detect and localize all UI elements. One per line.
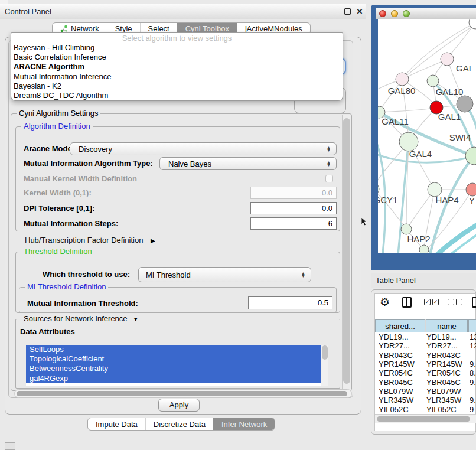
table-cell: YPR145W <box>426 360 468 369</box>
table-row[interactable]: YIL052CYIL052C9 <box>375 405 476 414</box>
attribute-item-topologicalcoefficient[interactable]: TopologicalCoefficient <box>26 354 321 364</box>
table-cell: YBR043C <box>379 351 425 360</box>
aracne-mode-combobox[interactable]: Discovery ▲▼ <box>70 142 337 155</box>
table-row[interactable]: YBR043CYBR043C <box>375 351 476 360</box>
zoom-traffic-light-icon[interactable] <box>403 10 410 17</box>
table-cell: YBR045C <box>379 378 425 387</box>
table-row[interactable]: YLR345WYLR345W9. <box>375 396 476 405</box>
attribute-item-betweennesscentrality[interactable]: BetweennessCentrality <box>26 364 321 373</box>
table-panel-content: ⚙✓✓ shared...name YDL19...YDL19...13YDR2… <box>374 293 476 431</box>
network-node[interactable] <box>457 96 473 112</box>
algorithm-option-basic-correlation-inference[interactable]: Basic Correlation Inference <box>14 53 343 62</box>
kernel-width-field[interactable]: 0.0 <box>250 187 337 199</box>
settings-scrollbar-thumb[interactable] <box>343 118 350 384</box>
bottom-tab-infer-network-label: Infer Network <box>221 420 267 429</box>
table-row[interactable]: YDR27...YDR27...12 <box>375 341 476 350</box>
split-pane-icon[interactable] <box>402 297 412 308</box>
cyni-algorithm-settings-title: Cyni Algorithm Settings <box>17 109 100 118</box>
bottom-divider <box>0 441 476 441</box>
network-node-gal[interactable] <box>441 53 454 66</box>
select-all-columns-icon[interactable]: ✓ <box>432 299 439 305</box>
network-node-y[interactable] <box>466 183 476 196</box>
network-node-hap2[interactable] <box>401 224 412 234</box>
select-all-columns-icon[interactable]: ✓ <box>424 299 431 305</box>
column-header-partial[interactable] <box>468 319 476 332</box>
table-row[interactable]: YPR145WYPR145W9. <box>375 360 476 369</box>
table-cell: 9. <box>470 378 476 387</box>
attribute-item-gal4rgexp[interactable]: gal4RGexp <box>26 374 321 383</box>
dpi-tolerance-field[interactable]: 0.0 <box>250 202 337 214</box>
sources-title[interactable]: Sources for Network Inference ▼ <box>21 314 141 324</box>
control-panel-titlebar <box>0 4 366 19</box>
bottom-tab-impute-data[interactable]: Impute Data <box>88 418 145 430</box>
table-cell: YPR145W <box>379 360 425 369</box>
resize-grip-icon[interactable] <box>5 442 15 450</box>
table-cell: YIL052C <box>379 405 425 414</box>
algorithm-option-dream8-dc-tdc-algorithm[interactable]: Dream8 DC_TDC Algorithm <box>14 91 343 100</box>
bottom-tab-discretize-data-label: Discretize Data <box>154 420 206 429</box>
attributes-scrollbar-track <box>321 345 328 386</box>
close-icon[interactable]: ✕ <box>355 4 364 18</box>
gear-icon[interactable]: ⚙ <box>380 295 390 308</box>
cyni-bottom-tabbar: Impute DataDiscretize DataInfer Network <box>87 418 275 431</box>
algorithm-option-bayesian-k2[interactable]: Bayesian - K2 <box>14 81 343 91</box>
mi-steps-field[interactable]: 6 <box>250 217 337 230</box>
pane-icon[interactable] <box>472 297 476 308</box>
algorithm-option-aracne-algorithm[interactable]: ARACNE Algorithm <box>14 62 343 71</box>
table-hscrollbar-thumb[interactable] <box>377 416 470 422</box>
mi-threshold-definition-title: MI Threshold Definition <box>25 282 108 292</box>
stepper-icon: ▲▼ <box>327 146 331 152</box>
table-cell: YDL19... <box>379 332 425 341</box>
network-node-gcy1[interactable] <box>378 183 379 195</box>
deselect-all-columns-icon[interactable] <box>456 299 462 305</box>
deselect-all-columns-icon[interactable] <box>448 299 454 305</box>
table-cell: YER054C <box>379 369 425 377</box>
table-row[interactable]: YER054CYER054C8. <box>375 369 476 377</box>
which-threshold-combobox[interactable]: MI Threshold ▲▼ <box>138 267 311 282</box>
node-label-gcy1: GCY1 <box>378 195 397 205</box>
expander-down-icon: ▼ <box>133 317 138 322</box>
mi-algorithm-type-combobox[interactable]: Naive Bayes ▲▼ <box>159 157 337 170</box>
mi-algorithm-type-value: Naive Bayes <box>168 158 211 169</box>
attributes-scrollbar-thumb[interactable] <box>322 345 328 360</box>
algorithm-dropdown-items: Bayesian - Hill ClimbingBasic Correlatio… <box>11 43 343 100</box>
table-row[interactable]: YDL19...YDL19...13 <box>375 332 476 341</box>
mi-threshold-field[interactable]: 0.5 <box>248 296 332 309</box>
bottom-tab-discretize-data[interactable]: Discretize Data <box>145 418 213 430</box>
table-row[interactable]: YBR045CYBR045C9. <box>375 378 476 387</box>
network-view-canvas[interactable]: GALGAL80GAL10GAL1GAL11SWI4GAL4GCY1HAP4YH… <box>378 19 476 253</box>
network-node-gal10[interactable] <box>427 75 439 87</box>
apply-button[interactable]: Apply <box>158 399 200 412</box>
table-cell: YDR27... <box>379 341 425 350</box>
algorithm-option-mutual-information-inference[interactable]: Mutual Information Inference <box>14 72 343 81</box>
column-header-shared[interactable]: shared... <box>375 319 425 332</box>
tab-network-label: Network <box>71 24 99 33</box>
network-node[interactable] <box>419 245 429 253</box>
close-traffic-light-icon[interactable] <box>379 10 386 17</box>
table-cell: YBR045C <box>426 378 468 387</box>
which-threshold-value: MI Threshold <box>146 268 191 282</box>
hub-transcription-expander[interactable]: Hub/Transcription Factor Definition ▶ <box>25 235 155 246</box>
aracne-mode-value: Discovery <box>79 143 112 155</box>
aracne-mode-label: Aracne Mode: <box>24 143 74 155</box>
algorithm-option-bayesian-hill-climbing[interactable]: Bayesian - Hill Climbing <box>14 43 343 53</box>
algorithm-dropdown-popup: Select algorithm to view settings Bayesi… <box>11 32 343 101</box>
node-label-gal80: GAL80 <box>388 86 416 96</box>
table-cell: YBL079W <box>426 387 468 396</box>
table-cell: 9 <box>470 405 476 414</box>
network-node-swi4[interactable] <box>465 147 476 165</box>
tab-style-label: Style <box>115 24 132 33</box>
manual-kernel-width-checkbox[interactable] <box>325 175 333 182</box>
minimize-traffic-light-icon[interactable] <box>391 10 398 17</box>
table-row[interactable]: YBL079WYBL079W <box>375 387 476 396</box>
bottom-tab-infer-network[interactable]: Infer Network <box>213 418 275 430</box>
network-node-gal80[interactable] <box>396 73 409 86</box>
table-cell: 9. <box>470 396 476 405</box>
settings-hscrollbar-thumb[interactable] <box>17 391 347 396</box>
attribute-item-selfloops[interactable]: SelfLoops <box>26 345 321 354</box>
stepper-icon: ▲▼ <box>301 272 305 278</box>
mi-steps-label: Mutual Information Steps: <box>24 218 118 230</box>
float-window-icon[interactable] <box>344 8 351 15</box>
table-cell: YLR345W <box>426 396 468 405</box>
column-header-name[interactable]: name <box>426 319 468 332</box>
